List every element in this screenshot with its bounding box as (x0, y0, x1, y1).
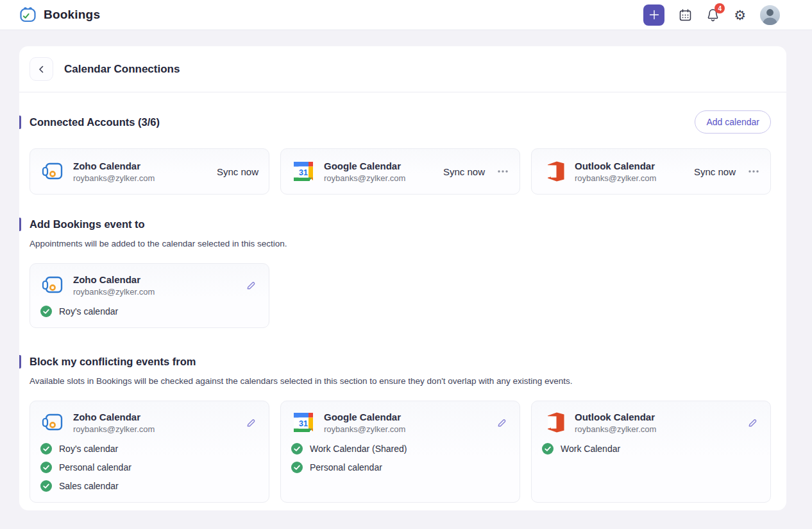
check-icon (40, 462, 52, 473)
app-title: Bookings (44, 8, 100, 22)
back-button[interactable] (30, 57, 53, 81)
check-icon (40, 306, 52, 317)
calendar-name: Personal calendar (310, 462, 382, 473)
provider-email: roybanks@zylker.com (324, 173, 435, 183)
calendar-connections-panel: Calendar Connections Connected Accounts … (19, 46, 786, 510)
selected-calendar-item: Personal calendar (291, 462, 509, 473)
more-options-icon[interactable] (496, 169, 509, 174)
app-header: Bookings 4 ⚙ (0, 0, 812, 30)
provider-name: Outlook Calendar (575, 412, 736, 422)
outlook-calendar-icon (542, 410, 566, 435)
section-accent-bar (19, 218, 21, 231)
calendar-name: Personal calendar (59, 462, 131, 473)
provider-email: roybanks@zylker.com (73, 173, 208, 183)
edit-pencil-icon[interactable] (243, 415, 258, 433)
calendar-name: Work Calendar (Shared) (310, 444, 407, 454)
notification-count-badge: 4 (715, 3, 725, 13)
add-calendar-button[interactable]: Add calendar (695, 110, 771, 134)
create-booking-button[interactable] (643, 4, 664, 26)
provider-email: roybanks@zylker.com (324, 424, 486, 434)
selected-calendar-item: Sales calendar (40, 480, 258, 492)
section-accent-bar (19, 116, 21, 129)
provider-email: roybanks@zylker.com (575, 173, 686, 183)
notifications-bell-icon[interactable]: 4 (706, 8, 720, 22)
connected-card-zoho: Zoho Calendar roybanks@zylker.com Sync n… (30, 148, 269, 195)
add-event-card-zoho: Zoho Calendar roybanks@zylker.com Roy's … (30, 263, 269, 328)
edit-pencil-icon[interactable] (494, 415, 509, 433)
provider-name: Zoho Calendar (73, 274, 235, 285)
zoho-calendar-icon (40, 273, 65, 297)
provider-email: roybanks@zylker.com (73, 424, 235, 434)
check-icon (40, 443, 52, 455)
block-card-outlook: Outlook Calendar roybanks@zylker.com Wor… (531, 401, 771, 503)
provider-name: Google Calendar (324, 412, 486, 422)
connected-card-google: Google Calendar roybanks@zylker.com Sync… (280, 148, 520, 195)
block-events-title: Block my conflicting events from (30, 356, 786, 368)
calendar-name: Work Calendar (561, 444, 620, 454)
block-events-row: Zoho Calendar roybanks@zylker.com Roy's … (30, 401, 771, 503)
check-icon (542, 443, 554, 455)
provider-name: Outlook Calendar (575, 160, 686, 171)
block-card-google: Google Calendar roybanks@zylker.com Work… (280, 401, 520, 503)
calendar-name: Roy's calendar (59, 444, 118, 454)
block-events-description: Available slots in Bookings will be chec… (30, 376, 776, 386)
connected-accounts-row: Zoho Calendar roybanks@zylker.com Sync n… (30, 148, 771, 195)
provider-email: roybanks@zylker.com (73, 287, 235, 297)
user-avatar[interactable] (760, 5, 780, 25)
sync-now-button[interactable]: Sync now (443, 166, 485, 177)
bookings-logo-icon (19, 6, 37, 23)
check-icon (291, 443, 303, 455)
selected-calendar-item: Work Calendar (Shared) (291, 443, 509, 455)
block-card-zoho: Zoho Calendar roybanks@zylker.com Roy's … (30, 401, 269, 503)
page-title: Calendar Connections (64, 63, 180, 76)
check-icon (291, 462, 303, 473)
selected-calendar-item: Personal calendar (40, 462, 258, 473)
zoho-calendar-icon (40, 159, 65, 184)
edit-pencil-icon[interactable] (745, 415, 760, 433)
sync-now-button[interactable]: Sync now (694, 166, 736, 177)
selected-calendar-item: Roy's calendar (40, 306, 258, 317)
add-event-title: Add Bookings event to (30, 218, 786, 230)
more-options-icon[interactable] (747, 169, 760, 174)
calendar-icon[interactable] (679, 8, 692, 22)
edit-pencil-icon[interactable] (243, 278, 258, 295)
add-event-description: Appointments will be added to the calend… (30, 239, 776, 248)
selected-calendar-item: Work Calendar (542, 443, 760, 455)
google-calendar-icon (291, 159, 316, 184)
zoho-calendar-icon (40, 410, 65, 435)
block-events-section-header: Block my conflicting events from (19, 355, 786, 369)
add-event-row: Zoho Calendar roybanks@zylker.com Roy's … (30, 263, 771, 328)
section-accent-bar (19, 355, 21, 369)
provider-name: Google Calendar (324, 160, 435, 171)
add-event-section-header: Add Bookings event to (19, 218, 786, 231)
connected-accounts-title: Connected Accounts (3/6) (30, 116, 695, 128)
settings-gear-icon[interactable]: ⚙ (734, 8, 746, 22)
provider-name: Zoho Calendar (73, 160, 208, 171)
provider-email: roybanks@zylker.com (575, 424, 736, 434)
google-calendar-icon (291, 410, 316, 435)
connected-accounts-section-header: Connected Accounts (3/6) Add calendar (19, 110, 786, 134)
calendar-name: Sales calendar (59, 481, 119, 491)
outlook-calendar-icon (542, 159, 566, 184)
connected-card-outlook: Outlook Calendar roybanks@zylker.com Syn… (531, 148, 771, 195)
provider-name: Zoho Calendar (73, 412, 235, 422)
selected-calendar-item: Roy's calendar (40, 443, 258, 455)
sync-now-button[interactable]: Sync now (217, 166, 258, 177)
calendar-name: Roy's calendar (59, 306, 118, 317)
check-icon (40, 480, 52, 492)
